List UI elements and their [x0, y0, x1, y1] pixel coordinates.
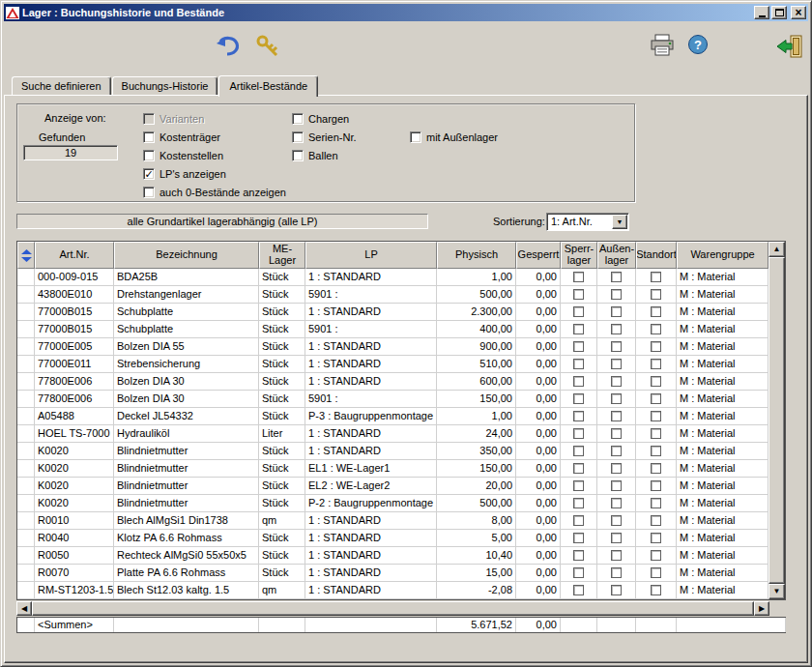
column-header-sort[interactable]	[17, 242, 35, 269]
checkbox-box[interactable]	[143, 150, 155, 161]
aussenlager-checkbox[interactable]	[611, 289, 622, 300]
table-row[interactable]: 77000B015SchubplatteStück1 : STANDARD2.3…	[17, 304, 768, 321]
table-row[interactable]: 77000E005Bolzen DIA 55Stück1 : STANDARD9…	[17, 338, 768, 356]
table-row[interactable]: R0040Klotz PA 6.6 RohmassStück1 : STANDA…	[17, 530, 768, 547]
sperrlager-checkbox[interactable]	[573, 498, 584, 508]
table-row[interactable]: 000-009-015BDA25BStück1 : STANDARD1,000,…	[17, 269, 768, 286]
horizontal-scrollbar[interactable]: ◀ ▶	[16, 601, 769, 616]
column-header-au-en-lager[interactable]: Außen-lager	[597, 242, 636, 269]
sperrlager-checkbox[interactable]	[573, 306, 584, 317]
standort-checkbox[interactable]	[651, 533, 661, 543]
aussenlager-checkbox[interactable]	[611, 567, 622, 578]
sperrlager-checkbox[interactable]	[573, 480, 584, 491]
sperrlager-checkbox[interactable]	[573, 428, 584, 439]
print-button[interactable]	[650, 34, 675, 59]
aussenlager-checkbox[interactable]	[611, 446, 622, 456]
column-header-warengruppe[interactable]: Warengruppe	[677, 242, 768, 269]
checkbox-box[interactable]	[143, 187, 155, 198]
aussenlager-checkbox[interactable]	[611, 341, 622, 352]
scroll-down-button[interactable]: ▼	[768, 584, 785, 599]
sperrlager-checkbox[interactable]	[573, 341, 584, 352]
column-header-art-nr-[interactable]: Art.Nr.	[35, 242, 114, 269]
standort-checkbox[interactable]	[651, 341, 661, 352]
checkbox-lp-s-anzeigen[interactable]: ✓LP's anzeigen	[143, 164, 286, 183]
table-row[interactable]: RM-ST1203-1.5Blech St12.03 kaltg. 1.5qm1…	[17, 582, 768, 599]
table-row[interactable]: R0010Blech AlMgSi1 Din1738qm1 : STANDARD…	[17, 512, 768, 530]
table-row[interactable]: HOEL TS-7000HydraulikölLiter1 : STANDARD…	[17, 425, 768, 443]
aussenlager-checkbox[interactable]	[611, 324, 622, 334]
standort-checkbox[interactable]	[651, 446, 661, 456]
checkbox-ballen[interactable]: Ballen	[292, 146, 357, 164]
table-row[interactable]: 77000B015SchubplatteStück5901 :400,000,0…	[17, 321, 768, 338]
sperrlager-checkbox[interactable]	[573, 550, 584, 561]
checkbox-chargen[interactable]: Chargen	[292, 109, 357, 128]
sperrlager-checkbox[interactable]	[573, 515, 584, 526]
table-row[interactable]: 77800E006Bolzen DIA 30Stück1 : STANDARD6…	[17, 373, 768, 391]
undo-button[interactable]	[215, 34, 242, 61]
close-button[interactable]: ×	[791, 6, 806, 19]
column-header-gesperrt[interactable]: Gesperrt	[516, 242, 561, 269]
checkbox-box[interactable]	[292, 131, 304, 143]
checkbox-kostenstellen[interactable]: Kostenstellen	[143, 146, 286, 164]
checkbox-kostenträger[interactable]: Kostenträger	[143, 128, 286, 146]
standort-checkbox[interactable]	[651, 498, 661, 508]
sperrlager-checkbox[interactable]	[573, 533, 584, 543]
aussenlager-checkbox[interactable]	[611, 376, 622, 387]
table-row[interactable]: 77800E006Bolzen DIA 30Stück5901 :150,000…	[17, 391, 768, 408]
standort-checkbox[interactable]	[651, 411, 661, 421]
vertical-scrollbar-thumb[interactable]	[768, 257, 785, 584]
checkbox-box[interactable]	[292, 150, 304, 161]
column-header-lp[interactable]: LP	[305, 242, 437, 269]
aussenlager-checkbox[interactable]	[611, 463, 622, 474]
standort-checkbox[interactable]	[651, 324, 661, 334]
checkbox-box[interactable]	[143, 131, 155, 143]
standort-checkbox[interactable]	[651, 376, 661, 387]
checkbox-box[interactable]	[292, 113, 304, 125]
sperrlager-checkbox[interactable]	[573, 393, 584, 404]
checkbox-box[interactable]	[143, 113, 155, 125]
table-row[interactable]: 77000E011StrebensicherungStück1 : STANDA…	[17, 356, 768, 373]
tab-buchungs-historie[interactable]: Buchungs-Historie	[112, 76, 218, 95]
column-header-physisch[interactable]: Physisch	[437, 242, 516, 269]
sperrlager-checkbox[interactable]	[573, 272, 584, 282]
sperrlager-checkbox[interactable]	[573, 463, 584, 474]
standort-checkbox[interactable]	[651, 272, 661, 282]
aussenlager-checkbox[interactable]	[611, 411, 622, 421]
table-row[interactable]: K0020BlindnietmutterStückEL2 : WE-Lager2…	[17, 478, 768, 495]
column-header-sperr-lager[interactable]: Sperr-lager	[561, 242, 597, 269]
sperrlager-checkbox[interactable]	[573, 324, 584, 334]
scroll-left-button[interactable]: ◀	[16, 601, 32, 616]
dropdown-arrow-button[interactable]: ▼	[612, 215, 627, 229]
column-header-standort[interactable]: Standort	[636, 242, 677, 269]
standort-checkbox[interactable]	[651, 393, 661, 404]
standort-checkbox[interactable]	[651, 515, 661, 526]
column-header-me-lager[interactable]: ME-Lager	[259, 242, 305, 269]
standort-checkbox[interactable]	[651, 428, 661, 439]
aussenlager-checkbox[interactable]	[611, 515, 622, 526]
standort-checkbox[interactable]	[651, 567, 661, 578]
help-button[interactable]: ?	[687, 34, 709, 57]
standort-checkbox[interactable]	[651, 480, 661, 491]
key-button[interactable]	[255, 34, 280, 61]
aussenlager-checkbox[interactable]	[611, 359, 622, 369]
exit-button[interactable]	[775, 34, 804, 61]
tab-artikel-bestaende[interactable]: Artikel-Bestände	[218, 75, 318, 97]
table-row[interactable]: 43800E010DrehstangenlagerStück5901 :500,…	[17, 286, 768, 304]
table-row[interactable]: K0020BlindnietmutterStückEL1 : WE-Lager1…	[17, 460, 768, 478]
aussenlager-checkbox[interactable]	[611, 498, 622, 508]
sperrlager-checkbox[interactable]	[573, 359, 584, 369]
standort-checkbox[interactable]	[651, 463, 661, 474]
aussenlager-checkbox[interactable]	[611, 480, 622, 491]
sortierung-dropdown[interactable]: 1: Art.Nr. ▼	[546, 213, 629, 231]
table-row[interactable]: R0050Rechteck AlMgSi0 55x50x5Stück1 : ST…	[17, 547, 768, 565]
standort-checkbox[interactable]	[651, 550, 661, 561]
column-header-bezeichnung[interactable]: Bezeichnung	[114, 242, 259, 269]
sperrlager-checkbox[interactable]	[573, 411, 584, 421]
checkbox-serien-nr-[interactable]: Serien-Nr.	[292, 128, 357, 146]
sperrlager-checkbox[interactable]	[573, 289, 584, 300]
table-row[interactable]: A05488Deckel JL54332StückP-3 : Baugruppe…	[17, 408, 768, 425]
standort-checkbox[interactable]	[651, 359, 661, 369]
aussenlager-checkbox[interactable]	[611, 272, 622, 282]
sperrlager-checkbox[interactable]	[573, 567, 584, 578]
checkbox-box[interactable]: ✓	[143, 168, 155, 180]
